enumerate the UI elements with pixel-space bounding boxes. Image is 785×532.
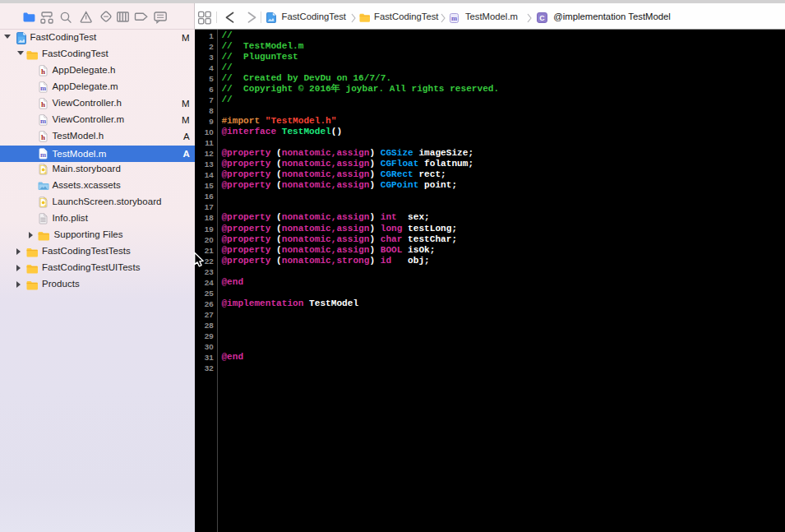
svg-text:m: m: [40, 84, 46, 92]
svg-text:C: C: [540, 14, 546, 22]
svg-text:m: m: [40, 117, 46, 125]
svg-text:h: h: [41, 133, 45, 141]
svg-text:m: m: [40, 150, 46, 159]
svg-text:m: m: [451, 13, 457, 21]
svg-text:h: h: [41, 67, 45, 76]
svg-text:h: h: [41, 100, 45, 109]
